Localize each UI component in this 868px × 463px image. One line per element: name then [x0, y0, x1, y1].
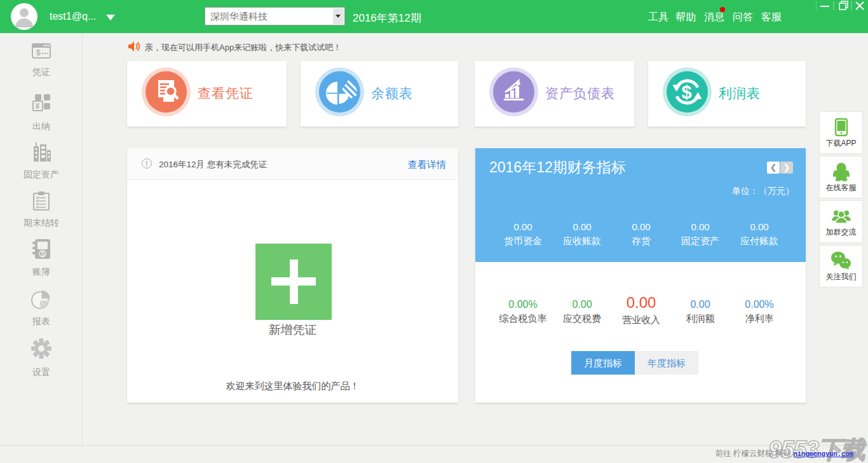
svg-text:¥: ¥ — [36, 102, 40, 111]
svg-text:$: $ — [682, 82, 692, 102]
svg-text:$: $ — [36, 48, 41, 57]
svg-text:$: $ — [41, 251, 45, 258]
